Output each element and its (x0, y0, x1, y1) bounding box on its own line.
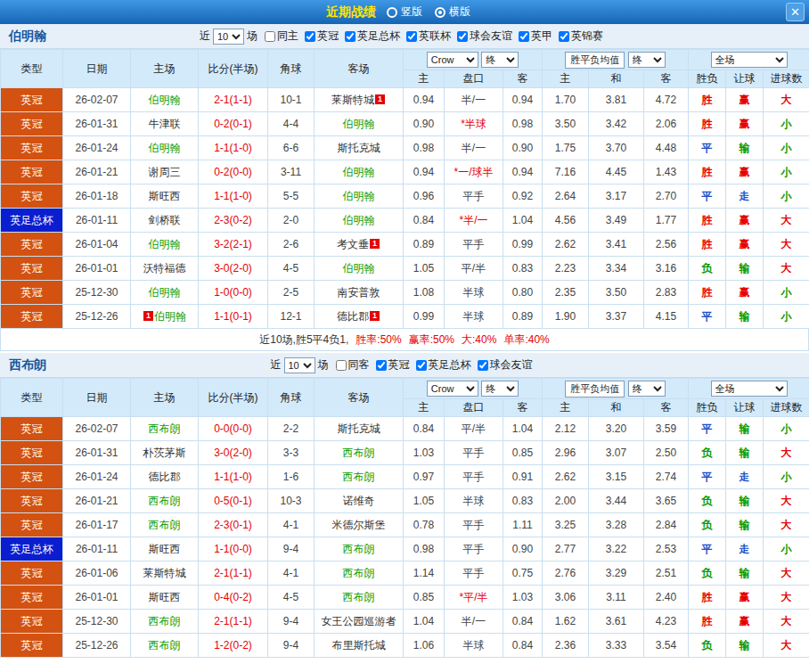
score: 0-5(0-1) (199, 489, 268, 513)
filter-item[interactable]: 同主 (265, 29, 298, 44)
filter-checkbox-group: 同客英冠英足总杯球会友谊 (336, 357, 539, 373)
euro-away-odds: 2.70 (644, 184, 689, 209)
euro-away-odds: 3.65 (644, 489, 689, 513)
match-row: 英冠25-12-30西布朗2-1(1-1)9-4女王公园巡游者1.04半/一0.… (1, 610, 809, 634)
filter-checkbox[interactable] (406, 31, 417, 42)
asia-home-odds: 1.05 (404, 489, 445, 513)
asia-home-odds: 1.08 (404, 281, 445, 305)
filter-checkbox[interactable] (559, 31, 569, 42)
home-team: 1伯明翰 (131, 305, 199, 329)
filter-item[interactable]: 球会友谊 (478, 357, 533, 373)
page-title: 近期战绩 (326, 4, 376, 20)
filter-item[interactable]: 英甲 (519, 29, 552, 44)
competition-badge: 英冠 (1, 184, 63, 209)
euro-away-odds: 4.23 (644, 610, 689, 634)
goals-result-cell: 大 (764, 561, 809, 586)
matches-table: 类型 日期 主场 比分(半场) 角球 客场 Crow 终 胜平负均值 终 全场 (0, 378, 809, 658)
col-euro-draw: 和 (589, 70, 644, 88)
layout-vertical-radio[interactable]: 竖版 (387, 4, 422, 20)
filter-label: 球会友谊 (470, 29, 512, 44)
scope-select[interactable]: 全场 (711, 381, 788, 397)
handicap-result-cell: 赢 (726, 88, 764, 112)
team-link: 伯明翰 (149, 286, 181, 299)
layout-horizontal-radio[interactable]: 横版 (435, 4, 470, 20)
asia-away-odds: 0.80 (503, 281, 543, 305)
recent-count-select[interactable]: 10 (213, 29, 244, 45)
asia-final-select[interactable]: 终 (481, 381, 519, 397)
handicap-result-cell: 输 (726, 561, 764, 586)
asia-home-odds: 0.89 (404, 233, 445, 257)
euro-draw-odds: 3.61 (589, 610, 644, 634)
filter-checkbox[interactable] (519, 31, 529, 42)
match-date: 26-01-01 (63, 257, 131, 281)
euro-home-odds: 4.56 (543, 209, 589, 233)
filter-item[interactable]: 球会友谊 (457, 29, 512, 44)
team-link: 西布朗 (149, 495, 181, 507)
filter-checkbox[interactable] (336, 360, 347, 371)
filter-item[interactable]: 英联杯 (406, 29, 451, 44)
home-team: 牛津联 (131, 112, 199, 136)
filter-item[interactable]: 英足总杯 (345, 29, 400, 44)
euro-average-button[interactable]: 胜平负均值 (565, 52, 625, 69)
recent-count-select[interactable]: 10 (284, 357, 315, 373)
euro-average-button[interactable]: 胜平负均值 (565, 381, 625, 397)
result-cell: 胜 (689, 112, 726, 136)
col-asia-home: 主 (404, 70, 445, 88)
euro-away-odds: 2.83 (644, 281, 689, 305)
filter-checkbox[interactable] (478, 360, 488, 371)
asia-final-select[interactable]: 终 (481, 52, 519, 68)
team-link: 斯旺西 (149, 543, 181, 555)
close-icon[interactable]: ✕ (786, 3, 805, 21)
filter-item[interactable]: 英冠 (376, 357, 410, 373)
filter-checkbox[interactable] (345, 31, 355, 42)
filter-item[interactable]: 英足总杯 (416, 357, 471, 373)
result-cell: 胜 (689, 209, 726, 233)
radio-vertical-icon[interactable] (387, 7, 397, 18)
filter-checkbox[interactable] (305, 31, 315, 42)
asia-handicap: 平/半 (445, 257, 503, 281)
competition-badge: 英冠 (1, 112, 63, 136)
euro-final-select[interactable]: 终 (628, 381, 666, 397)
score: 3-0(2-0) (199, 441, 268, 465)
filter-label: 球会友谊 (490, 357, 533, 373)
scope-group: 全场 (689, 379, 809, 399)
asia-handicap: 平手 (445, 537, 503, 561)
scope-select[interactable]: 全场 (711, 52, 788, 68)
filter-checkbox[interactable] (457, 31, 468, 42)
radio-horizontal-icon[interactable] (435, 7, 445, 18)
asia-home-odds: 1.04 (404, 610, 445, 634)
euro-draw-odds: 4.45 (589, 160, 644, 184)
filter-item[interactable]: 英冠 (305, 29, 339, 44)
filter-checkbox[interactable] (265, 31, 275, 42)
result-cell: 负 (689, 441, 726, 465)
asia-home-odds: 1.14 (404, 561, 445, 586)
asia-handicap: 平手 (445, 233, 503, 257)
odds-source-select[interactable]: Crow (427, 381, 478, 397)
asia-handicap: 半/一 (445, 136, 503, 160)
filter-item[interactable]: 同客 (336, 357, 370, 373)
euro-final-select[interactable]: 终 (628, 52, 666, 68)
away-team: 西布朗 (315, 465, 404, 489)
filter-item[interactable]: 英锦赛 (559, 29, 603, 44)
asia-home-odds: 0.98 (404, 136, 445, 160)
col-euro-away: 客 (644, 399, 689, 417)
filter-checkbox[interactable] (416, 360, 427, 371)
col-away: 客场 (315, 50, 404, 88)
away-team: 诺维奇 (315, 489, 404, 513)
euro-away-odds: 3.16 (644, 257, 689, 281)
team-link: 斯旺西 (149, 190, 181, 202)
handicap-result-cell: 走 (726, 537, 764, 561)
score: 1-1(1-0) (199, 184, 268, 209)
filter-checkbox[interactable] (376, 360, 387, 371)
filter-checkbox-group: 同主英冠英足总杯英联杯球会友谊英甲英锦赛 (265, 29, 609, 44)
asia-handicap: 半/一 (445, 610, 503, 634)
euro-home-odds: 1.75 (543, 136, 589, 160)
team-bar: 伯明翰 近 10 场 同主英冠英足总杯英联杯球会友谊英甲英锦赛 (0, 24, 809, 49)
euro-home-odds: 2.96 (543, 441, 589, 465)
odds-source-select[interactable]: Crow (427, 52, 478, 68)
match-row: 英冠26-01-06莱斯特城2-1(1-1)4-1西布朗1.14平手0.752.… (1, 561, 809, 586)
handicap-result-cell: 输 (726, 489, 764, 513)
match-row: 英冠26-01-01沃特福德3-0(2-0)4-5伯明翰1.05平/半0.832… (1, 257, 809, 281)
col-euro-home: 主 (543, 70, 589, 88)
euro-home-odds: 1.70 (543, 88, 589, 112)
